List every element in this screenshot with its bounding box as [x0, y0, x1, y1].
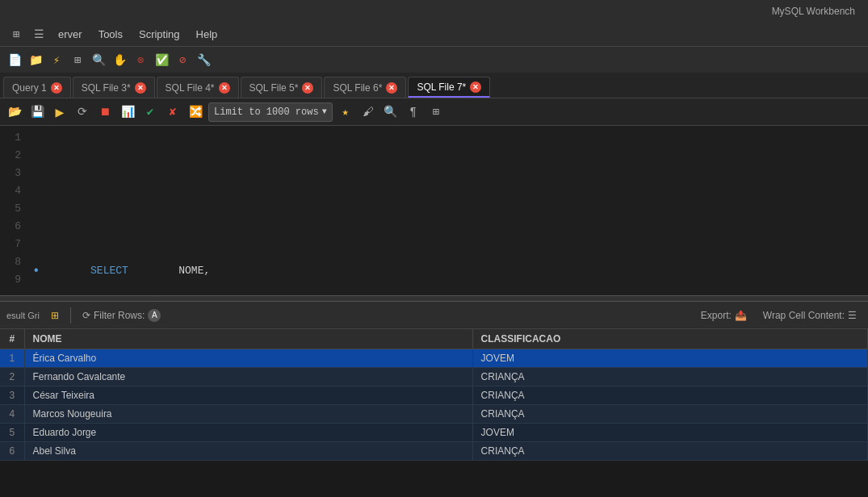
menu-server[interactable]: erver	[52, 27, 89, 42]
save-icon[interactable]: 💾	[27, 102, 47, 122]
toolbar-sep-1	[70, 307, 71, 324]
rollback-icon[interactable]: ✘	[163, 102, 182, 122]
code-content[interactable]: • SELECT NOME, ⊖ CASE WHEN DATA_DE_NASCI…	[26, 129, 868, 292]
wrap-label: Wrap Cell Content:	[763, 310, 845, 321]
cell-classificacao: CRIANÇA	[472, 405, 867, 424]
limit-dropdown-icon: ▼	[322, 107, 327, 116]
run-icon[interactable]: ▶	[50, 102, 69, 122]
tab-sqlfile7-close[interactable]: ✕	[470, 81, 481, 93]
col-header-id: #	[0, 329, 24, 349]
tab-sqlfile4[interactable]: SQL File 4* ✕	[157, 77, 239, 98]
cell-classificacao: CRIANÇA	[472, 368, 867, 386]
open-folder-icon[interactable]: 📂	[5, 102, 24, 122]
menu-scripting[interactable]: Scripting	[132, 27, 187, 42]
execute-all-icon[interactable]: ⊞	[68, 50, 87, 69]
export-icon: 📤	[735, 310, 747, 321]
brush-icon[interactable]: 🖌	[359, 102, 378, 122]
filter-btn[interactable]: ⟳ Filter Rows: A	[78, 307, 166, 324]
grid-icon[interactable]: ⊞	[426, 102, 446, 122]
tab-sqlfile6[interactable]: SQL File 6* ✕	[324, 77, 406, 98]
cell-id: 1	[0, 349, 24, 368]
result-panel: esult Gri ⊞ ⟳ Filter Rows: A Export: 📤 W…	[0, 302, 868, 461]
settings-icon[interactable]: 🔧	[194, 50, 213, 69]
tab-sqlfile6-label: SQL File 6*	[333, 82, 382, 94]
tab-sqlfile3-label: SQL File 3*	[82, 82, 131, 94]
tabs-bar: Query 1 ✕ SQL File 3* ✕ SQL File 4* ✕ SQ…	[0, 73, 868, 98]
limit-select-label: Limit to 1000 rows	[214, 106, 319, 118]
tab-sqlfile5-close[interactable]: ✕	[302, 82, 313, 94]
kw-select: SELECT	[90, 262, 128, 280]
tab-query1-close[interactable]: ✕	[51, 82, 62, 94]
panel-divider	[0, 295, 868, 302]
star-icon[interactable]: ★	[336, 102, 355, 122]
limit-select[interactable]: Limit to 1000 rows ▼	[208, 102, 333, 122]
cell-nome: César Teixeira	[24, 386, 472, 405]
toggle-icon[interactable]: 🔀	[186, 102, 205, 122]
table-row[interactable]: 5 Eduardo Jorge JOVEM	[0, 424, 868, 442]
table-row[interactable]: 2 Fernando Cavalcante CRIANÇA	[0, 368, 868, 386]
code-line-2: • SELECT NOME,	[32, 253, 868, 289]
grid-view-btn[interactable]: ⊞	[46, 308, 64, 323]
zoom-icon[interactable]: 🔍	[381, 102, 400, 122]
tab-sqlfile3-close[interactable]: ✕	[135, 82, 146, 94]
explain-icon[interactable]: 📊	[118, 102, 137, 122]
cell-id: 4	[0, 405, 24, 424]
table-row[interactable]: 1 Érica Carvalho JOVEM	[0, 349, 868, 368]
run-selected-icon[interactable]: ⟳	[73, 102, 92, 122]
menu-icon-1[interactable]: ⊞	[6, 25, 26, 44]
stop-icon[interactable]: ⊘	[173, 50, 192, 69]
tab-sqlfile7-label: SQL File 7*	[417, 81, 466, 93]
cell-classificacao: JOVEM	[472, 424, 867, 442]
commit-icon[interactable]: ✔	[140, 102, 160, 122]
cell-classificacao: CRIANÇA	[472, 442, 867, 461]
code-line-1	[32, 182, 868, 200]
wrap-btn[interactable]: Wrap Cell Content: ☰	[758, 308, 862, 323]
cell-id: 3	[0, 386, 24, 405]
tab-sqlfile3[interactable]: SQL File 3* ✕	[73, 77, 155, 98]
refresh-icon[interactable]: ⊗	[131, 50, 150, 69]
tab-sqlfile4-close[interactable]: ✕	[219, 82, 230, 94]
title-bar: MySQL Workbench	[0, 0, 868, 23]
execute-icon[interactable]: ⚡	[47, 50, 66, 69]
filter-label: Filter Rows:	[94, 310, 145, 321]
cell-id: 2	[0, 368, 24, 386]
cell-classificacao: CRIANÇA	[472, 386, 867, 405]
cell-id: 5	[0, 424, 24, 442]
filter-icon: ⟳	[82, 310, 90, 321]
cell-nome: Fernando Cavalcante	[24, 368, 472, 386]
cell-nome: Érica Carvalho	[24, 349, 472, 368]
table-row[interactable]: 6 Abel Silva CRIANÇA	[0, 442, 868, 461]
tab-sqlfile5[interactable]: SQL File 5* ✕	[241, 77, 323, 98]
table-row[interactable]: 3 César Teixeira CRIANÇA	[0, 386, 868, 405]
result-table: # NOME CLASSIFICACAO 1 Érica Carvalho JO…	[0, 329, 868, 461]
result-toolbar: esult Gri ⊞ ⟳ Filter Rows: A Export: 📤 W…	[0, 302, 868, 329]
toolbar-icons: 📄 📁 ⚡ ⊞ 🔍 ✋ ⊗ ✅ ⊘ 🔧	[0, 47, 868, 73]
tab-query1[interactable]: Query 1 ✕	[3, 77, 71, 98]
cell-nome: Marcos Nougeuira	[24, 405, 472, 424]
tab-sqlfile4-label: SQL File 4*	[166, 82, 215, 94]
table-row[interactable]: 4 Marcos Nougeuira CRIANÇA	[0, 405, 868, 424]
stop-query-icon[interactable]: ⏹	[95, 102, 115, 122]
app-title: MySQL Workbench	[772, 6, 855, 17]
col-nome: NOME,	[178, 262, 210, 280]
cell-nome: Eduardo Jorge	[24, 424, 472, 442]
cell-nome: Abel Silva	[24, 442, 472, 461]
format-icon[interactable]: ✅	[152, 50, 171, 69]
menu-tools[interactable]: Tools	[92, 27, 129, 42]
editor-area[interactable]: 1 2 3 4 5 6 7 8 9 • SELECT NOME, ⊖ CASE	[0, 126, 868, 295]
tab-sqlfile6-close[interactable]: ✕	[386, 82, 397, 94]
open-icon[interactable]: 📁	[26, 50, 45, 69]
menu-icon-2[interactable]: ☰	[29, 25, 48, 44]
new-file-icon[interactable]: 📄	[5, 50, 24, 69]
hand-icon[interactable]: ✋	[110, 50, 129, 69]
tab-sqlfile5-label: SQL File 5*	[249, 82, 299, 94]
menu-help[interactable]: Help	[190, 27, 224, 42]
menu-bar: ⊞ ☰ erver Tools Scripting Help	[0, 23, 868, 47]
bullet-dot: •	[32, 262, 40, 280]
tab-sqlfile7[interactable]: SQL File 7* ✕	[408, 77, 490, 98]
paragraph-icon[interactable]: ¶	[404, 102, 423, 122]
table-header-row: # NOME CLASSIFICACAO	[0, 329, 868, 349]
search-icon[interactable]: 🔍	[89, 50, 108, 69]
col-header-classificacao: CLASSIFICACAO	[472, 329, 867, 349]
export-btn[interactable]: Export: 📤	[696, 308, 752, 323]
